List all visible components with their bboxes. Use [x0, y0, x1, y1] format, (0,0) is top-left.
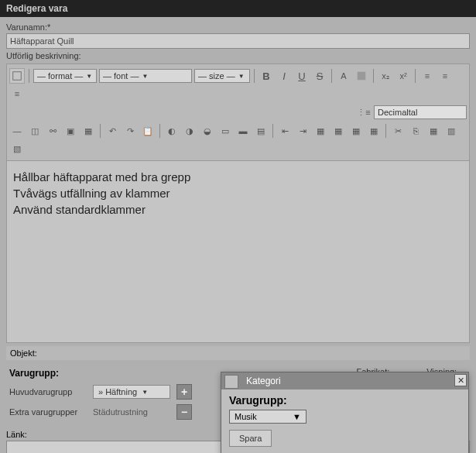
strike-button[interactable]: S — [312, 68, 327, 84]
main-group-select[interactable]: » Häftning▼ — [93, 385, 170, 399]
name-input[interactable] — [6, 33, 470, 49]
align-right-button[interactable]: ≡ — [9, 86, 25, 101]
extra-group-value: Städutrustning — [93, 407, 170, 417]
link-icon[interactable]: ⚯ — [45, 123, 60, 139]
tool-b-icon[interactable]: ◑ — [182, 123, 197, 139]
add-group-button[interactable]: + — [176, 384, 192, 400]
modal-group-label: Varugrupp: — [229, 394, 461, 410]
editor-textarea[interactable]: Hållbar häftapparat med bra grepp Tvåväg… — [6, 161, 470, 343]
embed-icon[interactable]: ▦ — [80, 123, 96, 139]
undo-button[interactable]: ↶ — [104, 123, 120, 139]
document-icon — [224, 375, 238, 389]
cut-icon[interactable]: ✂ — [390, 123, 406, 139]
main-group-label: Huvudvarugrupp — [9, 387, 87, 396]
extra-group-label: Extra varugrupper — [9, 407, 87, 417]
tool-c-icon[interactable]: ◒ — [200, 123, 215, 139]
editor-line: Tvåvägs utfällning av klammer — [13, 185, 463, 201]
indent-out-icon[interactable]: ⇤ — [277, 123, 293, 139]
tool-e-icon[interactable]: ▬ — [235, 123, 251, 139]
redo-button[interactable]: ↷ — [122, 123, 138, 139]
modal-save-button[interactable]: Spara — [229, 430, 272, 447]
text-color-button[interactable]: A — [336, 68, 351, 84]
row-c-icon[interactable]: ▦ — [348, 123, 364, 139]
row-b-icon[interactable]: ▦ — [330, 123, 346, 139]
modal-header: Kategori — [221, 372, 468, 390]
modal-title: Kategori — [246, 376, 281, 386]
window-title-bar: Redigera vara — [0, 0, 476, 17]
chart-icon[interactable]: ▥ — [443, 123, 459, 139]
object-label: Objekt: — [6, 346, 470, 360]
underline-button[interactable]: U — [294, 68, 310, 84]
editor-line: Hållbar häftapparat med bra grepp — [13, 169, 463, 185]
name-label: Varunamn: — [6, 20, 470, 33]
row-a-icon[interactable]: ▦ — [313, 123, 328, 139]
font-select[interactable]: — font —▼ — [99, 69, 192, 83]
remove-group-button[interactable]: − — [176, 404, 192, 420]
hr-button[interactable]: — — [9, 123, 25, 139]
svg-rect-1 — [358, 72, 366, 81]
editor-toolbar: — format —▼ — font —▼ — size —▼ B I U S … — [6, 63, 470, 161]
category-modal: Kategori ✕ Varugrupp: Musik▼ Spara — [221, 372, 469, 453]
svg-rect-0 — [13, 72, 22, 81]
image-icon[interactable]: ▣ — [63, 123, 78, 139]
bold-button[interactable]: B — [259, 68, 274, 84]
cube-icon[interactable]: ◫ — [27, 123, 43, 139]
align-left-button[interactable]: ≡ — [419, 68, 435, 84]
superscript-button[interactable]: x² — [396, 68, 411, 84]
subscript-button[interactable]: x₂ — [378, 68, 393, 84]
tool-f-icon[interactable]: ▤ — [253, 123, 269, 139]
grid-icon[interactable]: ▦ — [426, 123, 441, 139]
size-select[interactable]: — size —▼ — [194, 69, 250, 83]
italic-button[interactable]: I — [276, 68, 292, 84]
tool-a-icon[interactable]: ◐ — [164, 123, 180, 139]
source-icon[interactable] — [9, 68, 25, 84]
format-select[interactable]: — format —▼ — [33, 69, 97, 83]
modal-group-select[interactable]: Musik▼ — [229, 410, 306, 424]
decimal-input[interactable] — [374, 105, 467, 119]
editor-line: Använd standardklammer — [13, 201, 463, 218]
desc-label: Utförlig beskrivning: — [6, 49, 470, 62]
align-center-button[interactable]: ≡ — [437, 68, 453, 84]
bullet-list-button[interactable]: ⋮≡ — [356, 105, 372, 120]
copy-icon[interactable]: ⎘ — [408, 123, 423, 139]
indent-in-icon[interactable]: ⇥ — [295, 123, 310, 139]
bg-color-button[interactable] — [354, 68, 369, 84]
tool-d-icon[interactable]: ▭ — [217, 123, 233, 139]
modal-close-button[interactable]: ✕ — [454, 374, 467, 386]
misc-icon[interactable]: ▧ — [9, 141, 25, 156]
window-title: Redigera vara — [6, 3, 67, 14]
row-d-icon[interactable]: ▦ — [366, 123, 382, 139]
paste-icon[interactable]: 📋 — [140, 123, 156, 139]
